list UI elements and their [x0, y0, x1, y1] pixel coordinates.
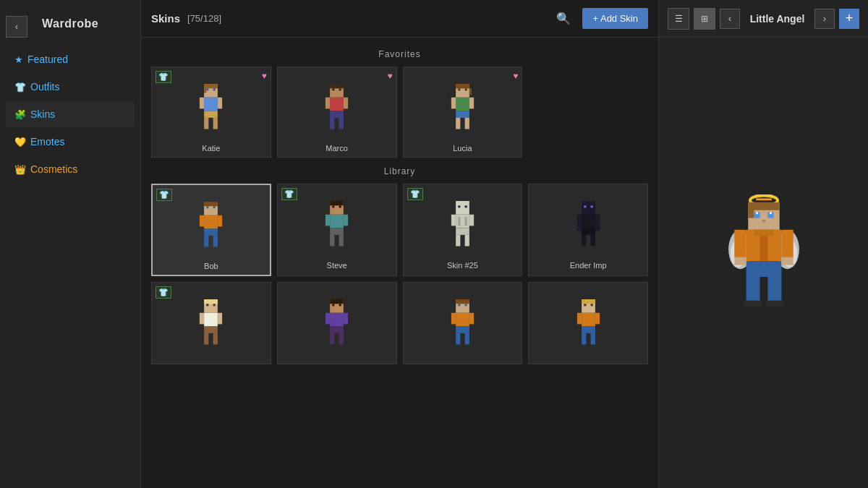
skin-figure-bob: [190, 200, 233, 257]
skin-card-ender-imp[interactable]: Ender Imp: [528, 184, 648, 276]
preview-add-button[interactable]: +: [839, 9, 859, 29]
preview-panel: ☰ ⊞ ‹ Little Angel › +: [658, 0, 868, 488]
svg-rect-54: [465, 205, 467, 207]
svg-rect-128: [754, 229, 773, 235]
skin-card-lib5[interactable]: 👕: [151, 282, 271, 364]
svg-rect-93: [456, 299, 469, 304]
favorites-section-label: Favorites: [151, 49, 648, 59]
svg-rect-86: [330, 312, 344, 326]
skin-card-steve[interactable]: 👕: [277, 184, 397, 276]
skin-name-steve: Steve: [327, 261, 347, 270]
svg-rect-130: [746, 277, 760, 304]
sidebar-item-outfits[interactable]: 👕 Outfits: [6, 74, 135, 100]
svg-rect-121: [762, 220, 765, 222]
sidebar-item-skins[interactable]: 🧩 Skins: [6, 101, 135, 127]
svg-rect-104: [584, 304, 586, 306]
view-toggle-list[interactable]: ☰: [668, 8, 689, 30]
skin-card-lucia[interactable]: ♥: [403, 67, 523, 158]
svg-rect-84: [332, 304, 334, 306]
svg-rect-40: [200, 215, 204, 226]
svg-rect-15: [330, 97, 344, 111]
svg-rect-131: [767, 277, 781, 304]
main-content: Skins [75/128] 🔍 + Add Skin Favorites 👕 …: [141, 0, 658, 488]
skin-grid-area[interactable]: Favorites 👕 ♥: [141, 38, 658, 488]
svg-rect-33: [205, 202, 218, 206]
library-grid: 👕: [151, 184, 648, 364]
shirt-icon-lib5: 👕: [156, 286, 171, 299]
skin-name-skin25: Skin #25: [447, 261, 478, 270]
svg-rect-113: [756, 198, 772, 200]
svg-rect-67: [582, 228, 595, 234]
svg-rect-45: [339, 205, 341, 207]
sidebar-item-featured[interactable]: ★ Featured: [6, 46, 135, 72]
skin-name-ender-imp: Ender Imp: [570, 261, 607, 270]
svg-rect-55: [456, 214, 469, 228]
featured-icon: ★: [14, 54, 23, 65]
sidebar-item-label-skins: Skins: [30, 108, 55, 120]
svg-rect-97: [456, 326, 469, 333]
svg-rect-88: [330, 333, 334, 344]
svg-rect-3: [207, 88, 209, 90]
svg-rect-9: [200, 97, 204, 108]
grid-view-icon: ⊞: [701, 14, 708, 24]
svg-rect-87: [330, 326, 344, 333]
svg-rect-134: [734, 229, 746, 257]
next-skin-button[interactable]: ›: [814, 9, 835, 29]
skin-figure-lib7: [441, 297, 484, 355]
svg-rect-52: [456, 201, 469, 215]
svg-rect-101: [469, 312, 474, 324]
skin-card-bob[interactable]: 👕: [151, 184, 271, 276]
svg-rect-26: [456, 97, 469, 111]
svg-rect-107: [582, 326, 595, 333]
svg-rect-63: [582, 201, 595, 215]
skin-card-skin25[interactable]: 👕: [403, 184, 523, 276]
sidebar-item-emotes[interactable]: 💛 Emotes: [6, 129, 135, 155]
skin-card-katie[interactable]: 👕 ♥: [151, 67, 271, 158]
svg-rect-137: [781, 257, 793, 265]
svg-rect-95: [465, 304, 467, 306]
add-skin-button[interactable]: + Add Skin: [582, 8, 648, 29]
svg-rect-12: [330, 84, 344, 88]
svg-rect-13: [332, 88, 334, 90]
skin-figure-lucia: [441, 82, 484, 140]
svg-rect-71: [595, 214, 600, 230]
skin-card-lib7[interactable]: [403, 282, 523, 364]
prev-skin-button[interactable]: ‹: [720, 9, 740, 29]
skin-figure-lib5: [190, 297, 233, 355]
svg-rect-60: [465, 234, 469, 246]
svg-rect-22: [456, 84, 469, 88]
svg-rect-133: [765, 300, 783, 306]
svg-rect-14: [339, 88, 341, 90]
svg-rect-119: [756, 212, 758, 214]
svg-rect-80: [200, 312, 204, 324]
svg-rect-73: [205, 299, 218, 304]
svg-rect-5: [205, 97, 218, 111]
svg-rect-108: [582, 333, 586, 344]
skin-figure-marco: [315, 82, 359, 140]
svg-rect-61: [451, 214, 456, 226]
sidebar-item-cosmetics[interactable]: 👑 Cosmetics: [6, 156, 135, 182]
shirt-icon: 👕: [156, 71, 171, 83]
view-toggle-grid[interactable]: ⊞: [694, 8, 715, 30]
skin-card-marco[interactable]: ♥: [277, 67, 397, 158]
svg-rect-41: [218, 215, 222, 226]
svg-rect-74: [207, 304, 209, 306]
svg-rect-49: [339, 234, 344, 246]
skin-card-lib6[interactable]: [277, 282, 397, 364]
svg-rect-51: [344, 214, 348, 226]
list-view-icon: ☰: [675, 14, 683, 24]
back-button[interactable]: ‹: [6, 16, 27, 38]
svg-rect-62: [469, 214, 474, 226]
svg-rect-106: [582, 312, 595, 326]
search-button[interactable]: 🔍: [552, 7, 575, 30]
skin-name-bob: Bob: [204, 262, 218, 270]
shirt-icon-steve: 👕: [281, 188, 297, 200]
heart-icon-lucia: ♥: [513, 71, 518, 81]
skin-card-lib8[interactable]: [528, 282, 648, 364]
svg-rect-59: [456, 234, 460, 246]
preview-header: ☰ ⊞ ‹ Little Angel › +: [659, 0, 868, 38]
svg-rect-116: [748, 202, 754, 218]
svg-rect-96: [456, 312, 469, 326]
svg-rect-58: [456, 228, 469, 234]
svg-rect-50: [326, 214, 330, 226]
